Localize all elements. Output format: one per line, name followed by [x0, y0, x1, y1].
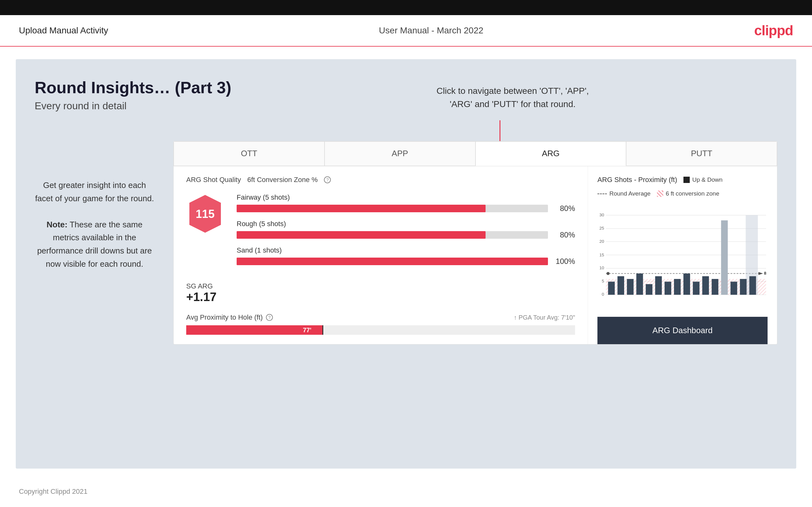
proximity-marker [322, 325, 323, 335]
proximity-bar: 77' [186, 325, 575, 335]
bar-pct-sand: 100% [553, 257, 575, 266]
proximity-label: Avg Proximity to Hole (ft) [186, 313, 263, 322]
page-subtitle: Every round in detail [35, 100, 777, 112]
help-icon[interactable]: ? [324, 176, 331, 183]
hex-score-container: 115 [186, 193, 224, 231]
svg-point-22 [607, 272, 610, 275]
svg-rect-40 [740, 279, 747, 295]
bar-bg-fairway [237, 205, 548, 212]
tab-arg[interactable]: ARG [475, 142, 626, 166]
tabs-row: OTT APP ARG PUTT [173, 142, 777, 166]
sg-value: +1.17 [186, 290, 575, 304]
svg-rect-39 [730, 282, 737, 295]
svg-marker-23 [758, 272, 763, 275]
bar-label-fairway: Fairway (5 shots) [237, 193, 575, 202]
pga-tour-avg: ↑ PGA Tour Avg: 7'10" [514, 314, 575, 321]
svg-rect-36 [702, 276, 709, 295]
legend-conversion: 6 ft conversion zone [657, 190, 719, 197]
copyright-text: Copyright Clippd 2021 [19, 488, 88, 495]
svg-rect-26 [608, 282, 615, 295]
svg-rect-32 [665, 282, 671, 295]
legend-up-down: Up & Down [683, 176, 722, 183]
tab-putt[interactable]: PUTT [626, 142, 777, 166]
sg-section: SG ARG +1.17 [186, 282, 575, 304]
svg-text:8: 8 [764, 271, 766, 276]
svg-text:5: 5 [602, 279, 604, 283]
bar-fill-sand [237, 258, 548, 265]
tab-ott[interactable]: OTT [173, 142, 324, 166]
hexagon-shape: 115 [186, 193, 224, 234]
left-panel: ARG Shot Quality 6ft Conversion Zone % ?… [173, 166, 588, 344]
chart-title: ARG Shots - Proximity (ft) [597, 176, 677, 184]
clippd-logo: clippd [754, 23, 793, 39]
svg-rect-38 [721, 220, 727, 295]
svg-text:10: 10 [599, 266, 604, 270]
main-content: Round Insights… (Part 3) Every round in … [16, 59, 796, 468]
right-panel: ARG Shots - Proximity (ft) Up & Down Rou… [588, 166, 777, 344]
bar-fill-rough [237, 231, 486, 239]
bar-label-rough: Rough (5 shots) [237, 220, 575, 228]
arg-chart: 0 5 10 15 20 25 30 [597, 204, 768, 301]
svg-rect-33 [674, 279, 680, 295]
left-insight-text: Get greater insight into each facet of y… [35, 179, 154, 271]
page-title: Round Insights… (Part 3) [35, 78, 777, 97]
user-manual-date: User Manual - March 2022 [379, 25, 484, 36]
tab-app[interactable]: APP [324, 142, 475, 166]
hex-score-text: 115 [196, 208, 215, 220]
sg-label: SG ARG [186, 282, 575, 290]
chart-header: ARG Shots - Proximity (ft) Up & Down Rou… [597, 176, 768, 197]
svg-rect-28 [627, 279, 633, 295]
note-label: Note: [47, 220, 67, 229]
legend-hatch-icon [657, 190, 663, 197]
proximity-value: 77' [303, 327, 311, 334]
dashboard-card: OTT APP ARG PUTT ARG Shot Quality 6ft Co… [173, 141, 777, 344]
svg-rect-27 [618, 276, 624, 295]
top-bar [0, 0, 812, 15]
legend-round-avg-label: Round Average [609, 190, 651, 197]
svg-rect-41 [749, 276, 756, 295]
bar-row-fairway: Fairway (5 shots) 80% [237, 193, 575, 213]
svg-rect-31 [655, 276, 662, 295]
legend-up-down-label: Up & Down [692, 176, 722, 183]
legend-conversion-label: 6 ft conversion zone [666, 190, 719, 197]
svg-rect-29 [636, 274, 643, 295]
svg-text:20: 20 [599, 239, 604, 244]
bar-label-sand: Sand (1 shots) [237, 246, 575, 255]
svg-rect-37 [712, 279, 718, 295]
bar-track-fairway: 80% [237, 204, 575, 213]
bar-track-rough: 80% [237, 230, 575, 239]
proximity-section: Avg Proximity to Hole (ft) ? ↑ PGA Tour … [186, 313, 575, 335]
bar-track-sand: 100% [237, 257, 575, 266]
svg-text:25: 25 [599, 226, 604, 230]
proximity-help-icon[interactable]: ? [266, 314, 273, 321]
bar-pct-rough: 80% [553, 230, 575, 239]
proximity-fill [186, 325, 322, 335]
legend-dashed-icon [597, 193, 607, 194]
upload-manual-label: Upload Manual Activity [19, 25, 108, 36]
hexagon-bars-container: 115 Fairway (5 shots) 80% [186, 193, 575, 273]
shot-bars: Fairway (5 shots) 80% Rough (5 shots) [237, 193, 575, 273]
bar-bg-rough [237, 231, 548, 239]
content-panels: ARG Shot Quality 6ft Conversion Zone % ?… [173, 166, 777, 344]
shot-quality-label: ARG Shot Quality [186, 176, 241, 184]
conversion-label: 6ft Conversion Zone % [247, 176, 318, 184]
bar-row-sand: Sand (1 shots) 100% [237, 246, 575, 266]
header: Upload Manual Activity User Manual - Mar… [0, 15, 812, 47]
svg-text:15: 15 [599, 252, 604, 257]
proximity-header: Avg Proximity to Hole (ft) ? ↑ PGA Tour … [186, 313, 575, 322]
chart-wrapper: 0 5 10 15 20 25 30 [597, 204, 768, 311]
legend-square-icon [683, 177, 690, 183]
bar-bg-sand [237, 258, 548, 265]
svg-text:0: 0 [602, 292, 604, 297]
svg-rect-34 [683, 274, 690, 295]
footer: Copyright Clippd 2021 [0, 481, 812, 502]
bar-pct-fairway: 80% [553, 204, 575, 213]
svg-text:30: 30 [599, 213, 604, 217]
bar-fill-fairway [237, 205, 486, 212]
arg-dashboard-button[interactable]: ARG Dashboard [597, 317, 768, 344]
svg-rect-35 [693, 282, 700, 295]
bar-row-rough: Rough (5 shots) 80% [237, 220, 575, 239]
legend-round-avg: Round Average [597, 190, 651, 197]
svg-rect-30 [646, 284, 652, 295]
panel-header: ARG Shot Quality 6ft Conversion Zone % ? [186, 176, 575, 184]
